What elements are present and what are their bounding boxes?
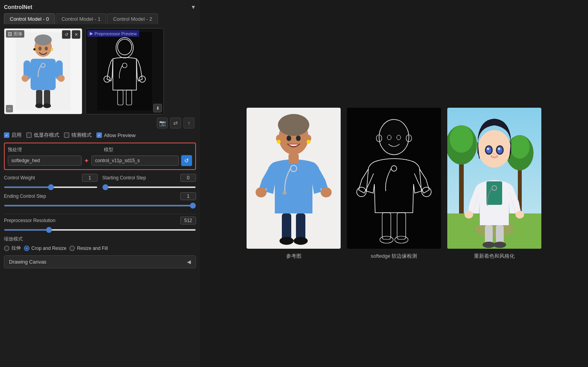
svg-point-16 [51, 48, 53, 51]
svg-point-73 [486, 146, 492, 154]
svg-point-29 [278, 114, 309, 136]
gallery-img-nurse-photo [247, 108, 341, 249]
control-weight-label: Control Weight [4, 175, 82, 181]
gallery-caption-3: 重新着色和风格化 [474, 253, 515, 260]
preprocessor-res-input[interactable] [4, 229, 196, 231]
allow-preview-checkbox-box[interactable] [96, 132, 102, 138]
svg-point-14 [43, 103, 51, 108]
panel-header: ControlNet ▼ [4, 4, 196, 10]
control-weight-input[interactable] [4, 186, 98, 188]
model-label-text: 模型 [104, 146, 192, 153]
camera-tool-btn[interactable]: 📷 [157, 118, 168, 128]
refresh-image-btn[interactable]: ↺ [62, 30, 71, 39]
crop-resize-option[interactable]: Crop and Resize [24, 246, 66, 251]
guess-mode-checkbox-box[interactable] [64, 132, 69, 138]
preprocessor-preview-box: ▶ Preprocessor Preview ⬇ [85, 28, 164, 114]
ending-step-value[interactable]: 1 [180, 192, 196, 200]
preprocessor-preview-image [86, 29, 163, 114]
left-panel: ControlNet ▼ Control Model - 0 Control M… [0, 0, 200, 367]
svg-point-40 [283, 191, 287, 195]
svg-point-13 [35, 103, 43, 108]
svg-point-68 [465, 211, 473, 219]
ending-step-label: Ending Control Step [4, 193, 177, 199]
gallery-caption-1: 参考图 [286, 253, 301, 260]
edit-icon[interactable]: ✏ [6, 105, 13, 112]
refresh-model-btn[interactable]: ↺ [181, 155, 192, 166]
svg-point-33 [287, 136, 291, 141]
ending-step-section: Ending Control Step 1 [4, 192, 196, 208]
control-weight-value[interactable]: 1 [82, 174, 98, 182]
control-weight-header: Control Weight 1 [4, 174, 98, 182]
upload-tool-btn[interactable]: ↑ [183, 118, 194, 128]
close-image-btn[interactable]: ✕ [72, 30, 80, 39]
panel-collapse-arrow[interactable]: ▼ [191, 4, 196, 10]
gallery-nurse-svg [247, 108, 341, 249]
svg-point-81 [494, 242, 506, 248]
svg-rect-41 [282, 213, 291, 241]
gallery-item-3: 重新着色和风格化 [447, 108, 541, 260]
enable-checkbox[interactable]: 启用 [4, 132, 22, 139]
starting-step-input[interactable] [102, 186, 196, 188]
resize-fill-radio[interactable] [69, 246, 75, 251]
svg-point-62 [450, 125, 473, 153]
svg-rect-32 [289, 154, 299, 163]
svg-point-65 [510, 135, 530, 159]
svg-point-76 [498, 148, 500, 150]
svg-point-38 [307, 140, 310, 144]
panel-title: ControlNet [4, 4, 32, 10]
zoom-mode-options: 拉伸 Crop and Resize Resize and Fill [4, 245, 196, 251]
image-gallery: 参考图 [247, 108, 541, 260]
nurse-photo [4, 29, 82, 114]
nurse-photo-svg [16, 32, 71, 110]
right-panel: 参考图 [200, 0, 588, 367]
preprocessor-label-text: 预处理 [8, 146, 96, 153]
lowvram-checkbox[interactable]: 低显存模式 [26, 132, 59, 139]
preprocessor-res-value[interactable]: 512 [180, 217, 196, 224]
tab-bar: Control Model - 0 Control Model - 1 Cont… [4, 13, 196, 24]
drawing-canvas-row[interactable]: Drawing Canvas ◀ [4, 255, 196, 268]
swap-tool-btn[interactable]: ⇄ [170, 118, 181, 128]
preprocessor-select[interactable]: softedge_hed canny depth normal [8, 155, 82, 166]
tool-row: 📷 ⇄ ↑ [4, 118, 196, 128]
star-button[interactable]: ✦ [84, 157, 89, 165]
allow-preview-label: Allow Preview [104, 132, 136, 138]
starting-step-label: Starting Control Step [102, 175, 180, 181]
lowvram-label: 低显存模式 [34, 132, 59, 139]
starting-step-value[interactable]: 0 [180, 174, 196, 182]
gallery-item-1: 参考图 [247, 108, 341, 260]
image-icon: 🖼 [8, 32, 12, 36]
allow-preview-checkbox[interactable]: Allow Preview [96, 132, 136, 138]
svg-point-37 [277, 140, 281, 144]
crop-resize-label: Crop and Resize [31, 246, 66, 251]
tab-control-model-2[interactable]: Control Model - 2 [107, 13, 158, 24]
zoom-mode-label: 缩放模式 [4, 236, 196, 242]
ending-step-input[interactable] [4, 205, 196, 206]
svg-point-34 [296, 136, 301, 141]
model-controls-row: softedge_hed canny depth normal ✦ contro… [8, 155, 192, 166]
svg-point-8 [38, 47, 42, 51]
svg-point-24 [118, 39, 132, 55]
zoom-mode-section: 缩放模式 拉伸 Crop and Resize Resize and Fill [4, 236, 196, 251]
crop-resize-radio[interactable] [24, 246, 29, 251]
checkbox-row: 启用 低显存模式 猜测模式 Allow Preview [4, 132, 196, 139]
enable-checkbox-box[interactable] [4, 132, 9, 138]
svg-point-30 [256, 187, 267, 197]
drawing-canvas-label: Drawing Canvas [9, 259, 46, 265]
svg-point-75 [487, 148, 489, 150]
svg-point-2 [34, 34, 52, 45]
gallery-item-2: softedge 软边缘检测 [347, 108, 441, 260]
download-preview-btn[interactable]: ⬇ [153, 104, 162, 112]
svg-point-80 [483, 242, 495, 248]
stretch-radio[interactable] [4, 246, 9, 251]
stretch-option[interactable]: 拉伸 [4, 245, 21, 251]
tab-control-model-1[interactable]: Control Model - 1 [56, 13, 107, 24]
tab-control-model-0[interactable]: Control Model - 0 [4, 13, 55, 24]
enable-label: 启用 [11, 132, 22, 139]
model-select[interactable]: control_v11p_sd15_s control_v11p_sd15_ca… [91, 155, 179, 166]
resize-fill-option[interactable]: Resize and Fill [69, 246, 108, 251]
svg-point-70 [478, 130, 511, 168]
starting-step-header: Starting Control Step 0 [102, 174, 196, 182]
lowvram-checkbox-box[interactable] [26, 132, 32, 138]
guess-mode-checkbox[interactable]: 猜测模式 [64, 132, 92, 139]
preprocessor-res-label: Preprocessor Resolution [4, 218, 177, 223]
